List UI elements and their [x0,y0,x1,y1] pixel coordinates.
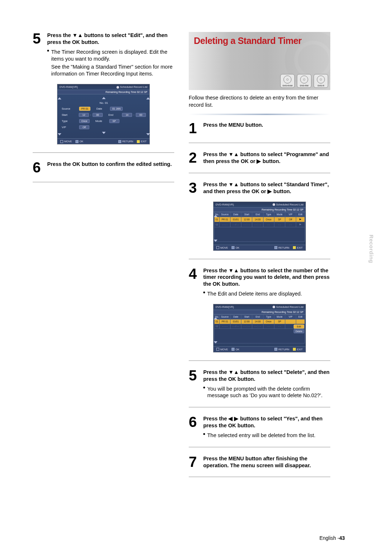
leftright-icon: ◀ ▶ [228,416,238,421]
side-tab-recording: Recording [368,235,375,263]
exit-key-icon [293,246,296,249]
disc-badge-dvdr: DVD-R [314,74,328,88]
foot-move: MOVE [220,348,228,351]
field-source[interactable]: PR 01 [79,107,90,111]
r-step4-bullet: The Edit and Delete items are displayed. [207,290,302,297]
r-step1-title: Press the MENU button. [203,122,263,128]
field-mode[interactable]: SP [109,119,119,123]
clock-icon [273,306,275,308]
col-date: Date [230,314,241,319]
section-divider [189,360,330,361]
row-edit-arrow-icon[interactable]: ▶ [296,217,305,222]
r-step3-post: button. [272,188,291,194]
ok-key-icon [75,140,78,143]
right-arrow-icon: ▶ [257,159,261,164]
field-vp[interactable]: Off [79,125,89,129]
osd-disc-label: DVD-RAM(VR) [60,85,78,89]
table-row[interactable]: 02 - - - - - - / - - - - : - - - - : - -… [215,324,305,329]
osd-form-title: No. 01 [62,101,146,105]
field-start-m[interactable]: 00 [93,113,103,117]
r-step4-pre: Press the [203,268,228,273]
return-key-icon [274,348,277,351]
popup-item-edit[interactable]: Edit [294,325,304,329]
scroll-down-icon[interactable] [58,133,61,135]
field-start-h[interactable]: 12 [79,113,89,117]
col-date: Date [230,212,241,217]
col-source: Source [220,314,230,319]
scroll-up-icon[interactable] [214,317,217,319]
step-number: 6 [189,415,200,439]
scroll-up-icon[interactable] [146,97,150,99]
scroll-down-icon[interactable] [214,341,217,343]
popup-item-delete[interactable]: Delete [294,329,304,333]
r-step5-bullet: You will be prompted with the delete con… [207,386,330,399]
row-edit-arrow-icon[interactable]: ▶ [296,222,305,227]
label-date: Date [96,107,107,110]
scroll-up-icon[interactable] [214,215,217,217]
right-step-5: 5 Press the ▼▲ buttons to select "Delete… [189,369,330,399]
step6-title: Press the OK button to confirm the edite… [47,161,172,167]
col-vp: V/P [285,212,296,217]
table-row[interactable]: 01 PR 01 01/01 12:00 14:00 Once SP Off ▶ [215,217,305,222]
updown-icon: ▼▲ [228,268,239,273]
scroll-up-icon[interactable] [58,97,61,99]
table-row[interactable]: 02 - - - - - - / - - - - : - - - - : - -… [215,222,305,227]
r-step7-title: Press the MENU button after finishing th… [203,456,311,468]
disc-badge-dvdrw: DVD-RW [297,74,311,88]
scroll-down-icon[interactable] [102,132,106,134]
label-mode: Mode [95,119,106,123]
foot-return: RETURN [278,246,289,249]
foot-exit: EXIT [141,140,147,143]
osd-disc-label: DVD-RAM(VR) [216,305,234,309]
osd-remaining: Remaining Recording Time 02:12 SP [57,90,150,94]
schedule-table: No. Source Date Start End Type Mode V/P … [214,314,305,343]
field-end-m[interactable]: 00 [136,113,146,117]
label-source: Source [62,107,76,110]
foot-return: RETURN [278,348,289,351]
label-end: End [109,113,119,117]
scroll-up-icon[interactable] [102,97,106,99]
edit-delete-popup: Edit Delete [294,325,304,333]
updown-icon: ▼▲ [228,152,239,157]
col-type: Type [263,314,274,319]
field-type[interactable]: Once [79,119,90,123]
osd-disc-label: DVD-RAM(VR) [216,203,234,206]
disc-icon [317,76,325,83]
r-step5-pre: Press the [203,369,228,375]
osd-edit-form: DVD-RAM(VR) Scheduled Record List Remain… [57,84,150,144]
step5-desc2: See the "Making a Standard Timer" sectio… [51,64,174,77]
move-key-icon [216,348,219,351]
col-edit: Edit [296,212,305,217]
updown-icon: ▼▲ [228,182,239,187]
section-divider [189,477,330,477]
table-row[interactable]: 01 PR 01 01/01 12:00 14:00 Once SP [215,319,305,324]
osd-header: Scheduled Record List [276,305,303,309]
step-number: 7 [189,455,200,469]
col-start: Start [241,314,252,319]
move-key-icon [60,140,63,143]
field-date[interactable]: 01 JAN [110,107,123,111]
scroll-down-icon[interactable] [214,240,217,242]
bullet-icon [47,50,49,52]
col-mode: Mode [274,212,285,217]
clock-icon [273,203,275,206]
r-step2-pre: Press the [203,151,228,157]
label-start: Start [62,113,76,117]
osd-record-list-popup: DVD-RAM(VR)Scheduled Record List Remaini… [213,304,306,353]
r-step6-bullet: The selected entry will be deleted from … [207,432,315,439]
osd-header: Scheduled Record List [276,203,303,206]
col-end: End [252,212,263,217]
field-end-h[interactable]: 14 [122,113,132,117]
step-number: 5 [189,369,200,399]
section-divider [189,143,330,143]
disc-icon [283,76,291,83]
step-number: 1 [189,122,200,135]
right-step-6: 6 Press the ◀ ▶ buttons to select "Yes",… [189,415,330,439]
left-step-6: 6 Press the OK button to confirm the edi… [33,161,174,174]
scroll-down-icon[interactable] [146,133,150,135]
r-step3-pre: Press the [203,182,228,187]
osd-remaining: Remaining Recording Time 02:12 SP [213,310,306,314]
section-intro: Follow these directions to delete an ent… [189,94,330,109]
foot-ok: OK [236,348,239,351]
right-step-2: 2 Press the ▼▲ buttons to select "Progra… [189,151,330,165]
